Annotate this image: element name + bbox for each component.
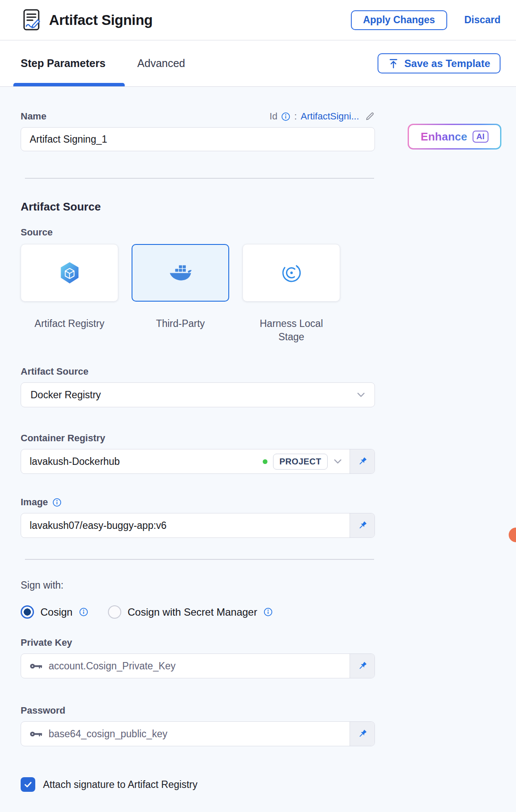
pin-icon: [357, 728, 368, 739]
panel-header: Artifact Signing Apply Changes Discard: [0, 0, 516, 40]
radio-cosign-label: Cosign: [40, 606, 73, 618]
image-value: lavakush07/easy-buggy-app:v6: [21, 520, 350, 531]
chevron-down-icon: [357, 392, 365, 397]
pin-icon: [357, 456, 368, 467]
radio-cosign[interactable]: Cosign: [21, 605, 88, 619]
info-icon[interactable]: [281, 112, 290, 121]
docker-icon: [167, 263, 194, 283]
radio-cosign-secret-manager-label: Cosign with Secret Manager: [128, 606, 257, 618]
attach-signature-label: Attach signature to Artifact Registry: [43, 779, 197, 791]
password-input[interactable]: base64_cosign_public_key: [21, 721, 375, 746]
artifact-signing-step-panel: Artifact Signing Apply Changes Discard S…: [0, 0, 516, 812]
artifact-source-dropdown-label: Artifact Source: [21, 366, 516, 377]
pin-input-type-button[interactable]: [350, 722, 375, 746]
section-divider: [25, 559, 374, 560]
container-registry-input[interactable]: lavakush-Dockerhub PROJECT: [21, 449, 375, 474]
artifact-source-selected-value: Docker Registry: [31, 389, 101, 401]
pin-input-type-button[interactable]: [350, 449, 375, 473]
id-separator: :: [294, 111, 297, 122]
upload-icon: [388, 58, 399, 69]
image-label: Image: [21, 497, 48, 508]
scope-badge: PROJECT: [273, 454, 328, 470]
pin-input-type-button[interactable]: [350, 513, 375, 537]
apply-changes-button[interactable]: Apply Changes: [351, 10, 447, 30]
connector-status-dot: [263, 459, 267, 464]
artifact-registry-icon: [57, 260, 82, 285]
pin-icon: [357, 520, 368, 531]
source-card-harness-local-stage[interactable]: [243, 244, 340, 302]
key-icon: [30, 731, 43, 737]
step-id-value[interactable]: ArtifactSigni...: [301, 111, 359, 122]
artifact-source-select[interactable]: Docker Registry: [21, 382, 375, 407]
info-icon[interactable]: [52, 498, 61, 507]
pin-input-type-button[interactable]: [350, 654, 375, 678]
chevron-down-icon[interactable]: [334, 459, 342, 464]
source-card-third-party[interactable]: [132, 244, 229, 302]
section-divider: [25, 178, 374, 179]
page-title: Artifact Signing: [49, 12, 153, 28]
card-label-harness-local-stage: Harness Local Stage: [243, 317, 340, 344]
private-key-value: account.Cosign_Private_Key: [49, 660, 175, 672]
key-icon: [30, 663, 43, 669]
radio-cosign-secret-manager[interactable]: Cosign with Secret Manager: [108, 605, 273, 619]
artifact-source-heading: Artifact Source: [21, 200, 516, 214]
radio-unselected-icon: [108, 605, 121, 619]
card-label-third-party: Third-Party: [132, 317, 229, 344]
step-parameters-form: Enhance AI Name Id : ArtifactSigni... Ar…: [0, 111, 516, 812]
password-value: base64_cosign_public_key: [49, 728, 167, 740]
attach-signature-checkbox[interactable]: [21, 777, 35, 792]
tab-advanced[interactable]: Advanced: [137, 57, 185, 70]
private-key-input[interactable]: account.Cosign_Private_Key: [21, 653, 375, 678]
info-icon[interactable]: [79, 607, 88, 617]
active-tab-indicator: [13, 83, 125, 86]
tab-bar: Step Parameters Advanced Save as Templat…: [0, 40, 516, 87]
info-icon[interactable]: [264, 607, 273, 617]
tab-step-parameters[interactable]: Step Parameters: [21, 57, 105, 70]
private-key-label: Private Key: [21, 637, 516, 648]
save-as-template-button[interactable]: Save as Template: [378, 53, 501, 73]
pin-icon: [357, 660, 368, 672]
edit-id-icon[interactable]: [365, 111, 375, 122]
source-label: Source: [21, 227, 516, 238]
harness-local-stage-icon: [279, 260, 304, 285]
name-input[interactable]: [21, 127, 375, 151]
container-registry-label: Container Registry: [21, 433, 516, 444]
source-card-artifact-registry[interactable]: [21, 244, 118, 302]
container-registry-value: lavakush-Dockerhub: [21, 456, 263, 467]
radio-selected-icon: [21, 605, 34, 619]
save-as-template-label: Save as Template: [404, 58, 490, 70]
attach-signature-row: Attach signature to Artifact Registry: [21, 777, 516, 792]
password-label: Password: [21, 705, 516, 716]
id-label: Id: [270, 111, 277, 122]
discard-button[interactable]: Discard: [464, 14, 501, 26]
card-label-artifact-registry: Artifact Registry: [21, 317, 118, 344]
notification-dot[interactable]: [509, 528, 516, 542]
name-label: Name: [21, 111, 46, 122]
image-input[interactable]: lavakush07/easy-buggy-app:v6: [21, 513, 375, 538]
ai-badge: AI: [473, 131, 488, 143]
enhance-label: Enhance: [421, 130, 467, 143]
sign-with-label: Sign with:: [21, 580, 516, 591]
enhance-ai-button[interactable]: Enhance AI: [408, 124, 501, 150]
artifact-signing-step-icon: [21, 8, 42, 32]
